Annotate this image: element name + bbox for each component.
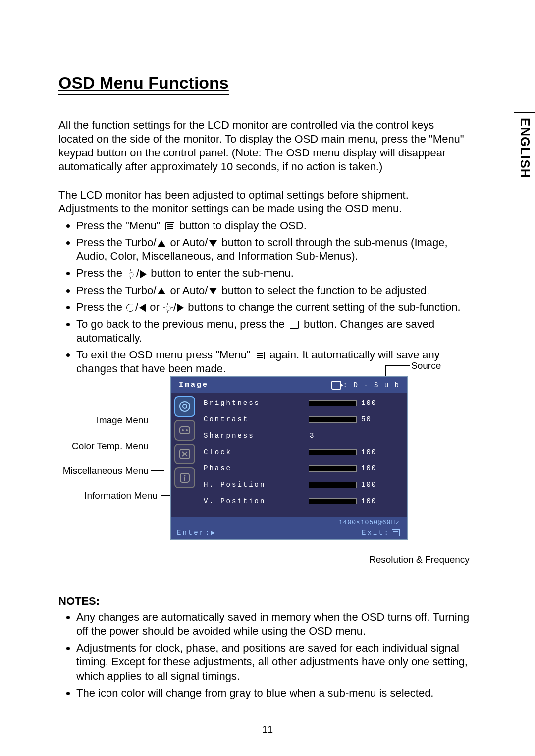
instruction-item: Press the Turbo/ or Auto/ button to scro…	[76, 236, 470, 263]
osd-source-label: : D - S u b	[343, 381, 400, 389]
up-triangle-icon	[158, 288, 165, 294]
right-triangle-icon	[140, 270, 147, 278]
osd-row[interactable]: Brightness100	[200, 395, 402, 411]
callout-label: Information Menu	[84, 490, 158, 501]
intro-paragraph-2: The LCD monitor has been adjusted to opt…	[58, 188, 470, 216]
notes-item: The icon color will change from gray to …	[76, 686, 470, 700]
osd-row-label: Clock	[204, 444, 232, 460]
callout-source: Source	[411, 360, 456, 371]
osd-row[interactable]: V. Position100	[200, 493, 402, 509]
svg-rect-8	[184, 477, 185, 481]
osd-footer: Enter:▶ 1400×1050@60Hz Exit:	[171, 517, 407, 539]
instruction-item: Press the "Menu" button to display the O…	[76, 219, 470, 233]
osd-row-label: V. Position	[204, 493, 266, 509]
osd-row-value: 100	[361, 493, 376, 509]
osd-sidebar	[171, 393, 199, 491]
brightness-icon	[163, 303, 172, 312]
osd-slider-bar[interactable]	[309, 400, 357, 406]
menu-icon	[290, 321, 299, 329]
osd-row[interactable]: H. Position100	[200, 477, 402, 493]
up-triangle-icon	[158, 240, 165, 247]
contrast-icon	[126, 304, 134, 312]
osd-slider-bar[interactable]	[309, 498, 357, 504]
text: Press the "Menu"	[76, 219, 163, 232]
callout-label: Source	[411, 360, 441, 371]
text: button to display the OSD.	[179, 219, 307, 232]
menu-icon	[392, 529, 400, 536]
osd-row[interactable]: Phase100	[200, 460, 402, 477]
text: Press the Turbo/	[76, 236, 156, 249]
callout-resolution: Resolution & Frequency	[369, 554, 488, 565]
osd-row-label: Contrast	[204, 411, 249, 428]
notes-item: Any changes are automatically saved in m…	[76, 610, 470, 638]
down-triangle-icon	[209, 288, 217, 294]
notes-item: Adjustments for clock, phase, and positi…	[76, 641, 470, 683]
osd-resolution: 1400×1050@60Hz	[339, 519, 400, 526]
brightness-icon	[126, 270, 135, 279]
text: or	[150, 301, 162, 313]
language-tab: ENGLISH	[514, 112, 535, 199]
osd-slider-bar[interactable]	[309, 482, 357, 488]
svg-rect-2	[180, 427, 190, 434]
osd-row-value: 100	[361, 444, 376, 460]
osd-row[interactable]: Clock100	[200, 444, 402, 460]
svg-point-7	[184, 475, 186, 477]
svg-point-4	[186, 429, 188, 431]
osd-source: : D - S u b	[331, 377, 400, 393]
instruction-list: Press the "Menu" button to display the O…	[58, 219, 470, 376]
instruction-item: Press the / or / buttons to change the c…	[76, 301, 470, 314]
text: To exit the OSD menu press "Menu"	[76, 349, 254, 361]
page-number: 11	[0, 724, 535, 735]
osd-row-label: H. Position	[204, 477, 266, 493]
instruction-item: Press the Turbo/ or Auto/ button to sele…	[76, 284, 470, 298]
notes-list: Any changes are automatically saved in m…	[58, 610, 470, 700]
text: Press the	[76, 267, 125, 279]
callout-image-menu: Image Menu	[47, 415, 149, 426]
osd-sidebar-color-icon[interactable]	[174, 420, 195, 441]
menu-icon	[256, 352, 265, 359]
notes-heading: NOTES:	[58, 595, 470, 607]
svg-point-3	[182, 429, 184, 431]
osd-exit-hint: Exit:	[362, 529, 400, 537]
text: Press the	[76, 301, 125, 313]
text: or Auto/	[170, 236, 208, 249]
osd-sidebar-image-icon[interactable]	[174, 396, 195, 417]
callout-label: Resolution & Frequency	[369, 554, 470, 565]
instruction-item: Press the / button to enter the sub-menu…	[76, 266, 470, 280]
text: Press the Turbo/	[76, 284, 156, 297]
osd-slider-bar[interactable]	[309, 416, 357, 423]
osd-slider-bar[interactable]	[309, 465, 357, 472]
menu-icon	[165, 222, 174, 230]
osd-row-value: 3	[310, 428, 315, 444]
svg-point-1	[183, 404, 187, 408]
osd-body: Brightness100Contrast50Sharpness3Clock10…	[200, 395, 402, 509]
text: button to select the function to be adju…	[222, 284, 430, 297]
osd-sidebar-misc-icon[interactable]	[174, 444, 195, 464]
callout-label: Color Temp. Menu	[72, 441, 149, 451]
callout-label: Image Menu	[96, 415, 149, 425]
left-triangle-icon	[139, 304, 146, 312]
osd-row[interactable]: Sharpness3	[200, 428, 402, 444]
intro-paragraph-1: All the function settings for the LCD mo…	[58, 118, 470, 174]
osd-row[interactable]: Contrast50	[200, 411, 402, 428]
instruction-item: To exit the OSD menu press "Menu" again.…	[76, 348, 470, 376]
osd-enter-hint: Enter:▶	[177, 528, 216, 537]
callout-info-menu: Information Menu	[52, 490, 158, 501]
osd-exit-label: Exit:	[362, 529, 390, 537]
instruction-item: To go back to the previous menu, press t…	[76, 317, 470, 345]
osd-row-value: 100	[361, 395, 376, 411]
osd-row-value: 100	[361, 460, 376, 477]
text: button to enter the sub-menu.	[151, 267, 294, 279]
osd-sidebar-info-icon[interactable]	[174, 467, 195, 488]
osd-row-value: 50	[361, 411, 372, 428]
down-triangle-icon	[209, 240, 217, 247]
input-source-icon	[331, 381, 341, 390]
osd-slider-bar[interactable]	[309, 449, 357, 455]
osd-header: Image : D - S u b	[171, 377, 407, 393]
callout-color-temp-menu: Color Temp. Menu	[37, 441, 149, 452]
svg-point-0	[180, 402, 190, 411]
text: buttons to change the current setting of…	[188, 301, 460, 313]
osd-row-label: Phase	[204, 460, 232, 477]
osd-row-label: Sharpness	[204, 428, 255, 444]
osd-row-label: Brightness	[204, 395, 260, 411]
